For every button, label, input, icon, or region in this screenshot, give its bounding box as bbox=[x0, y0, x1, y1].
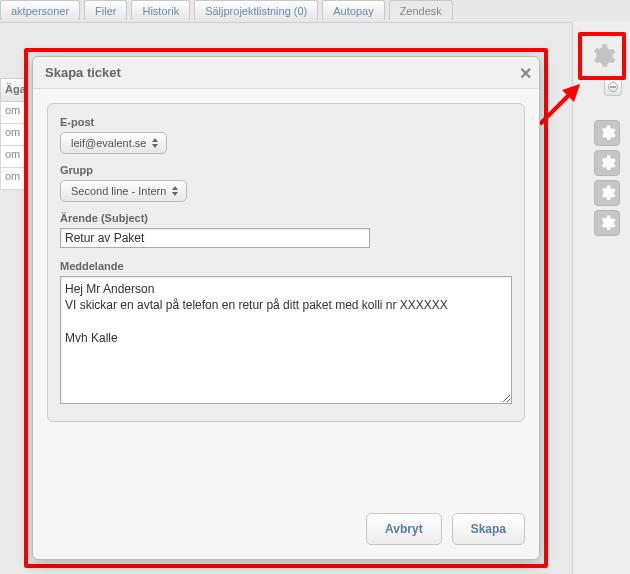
ticket-gear-button[interactable] bbox=[594, 150, 620, 176]
select-caret-icon bbox=[170, 184, 180, 198]
group-select-value: Second line - Intern bbox=[71, 185, 166, 197]
create-ticket-modal: Skapa ticket ✕ E-post leif@evalent.se Gr… bbox=[32, 56, 540, 560]
message-label: Meddelande bbox=[60, 260, 512, 272]
circle-minus-icon bbox=[608, 82, 618, 92]
modal-title: Skapa ticket bbox=[45, 65, 121, 80]
close-icon: ✕ bbox=[519, 65, 532, 82]
ticket-gear-button[interactable] bbox=[594, 120, 620, 146]
ticket-gears-column bbox=[594, 120, 620, 236]
email-select[interactable]: leif@evalent.se bbox=[60, 132, 167, 154]
ticket-gear-button[interactable] bbox=[594, 180, 620, 206]
message-textarea[interactable] bbox=[60, 276, 512, 404]
tab-files[interactable]: Filer bbox=[84, 0, 127, 20]
modal-header: Skapa ticket ✕ bbox=[33, 57, 539, 89]
tab-history[interactable]: Historik bbox=[131, 0, 190, 20]
create-button[interactable]: Skapa bbox=[452, 513, 525, 545]
gear-icon[interactable] bbox=[588, 42, 616, 70]
tab-contacts[interactable]: aktpersoner bbox=[0, 0, 80, 20]
app-root: aktpersoner Filer Historik Säljprojektli… bbox=[0, 0, 630, 574]
cancel-button[interactable]: Avbryt bbox=[366, 513, 442, 545]
zendesk-gear-highlight bbox=[578, 32, 626, 80]
expand-button[interactable] bbox=[604, 78, 622, 96]
email-select-value: leif@evalent.se bbox=[71, 137, 146, 149]
subject-input[interactable] bbox=[60, 228, 370, 248]
right-panel bbox=[572, 22, 630, 574]
modal-footer: Avbryt Skapa bbox=[33, 499, 539, 559]
modal-body: E-post leif@evalent.se Grupp Second line… bbox=[33, 89, 539, 422]
ticket-gear-button[interactable] bbox=[594, 210, 620, 236]
tab-autopay[interactable]: Autopay bbox=[322, 0, 384, 20]
tabs-row: aktpersoner Filer Historik Säljprojektli… bbox=[0, 0, 630, 22]
group-label: Grupp bbox=[60, 164, 512, 176]
subject-label: Ärende (Subject) bbox=[60, 212, 512, 224]
tab-zendesk[interactable]: Zendesk bbox=[389, 0, 453, 20]
modal-highlight: Skapa ticket ✕ E-post leif@evalent.se Gr… bbox=[24, 48, 548, 568]
form-panel: E-post leif@evalent.se Grupp Second line… bbox=[47, 103, 525, 422]
group-select[interactable]: Second line - Intern bbox=[60, 180, 187, 202]
tab-sales-projects[interactable]: Säljprojektlistning (0) bbox=[194, 0, 318, 20]
email-label: E-post bbox=[60, 116, 512, 128]
select-caret-icon bbox=[150, 136, 160, 150]
close-button[interactable]: ✕ bbox=[513, 63, 531, 81]
